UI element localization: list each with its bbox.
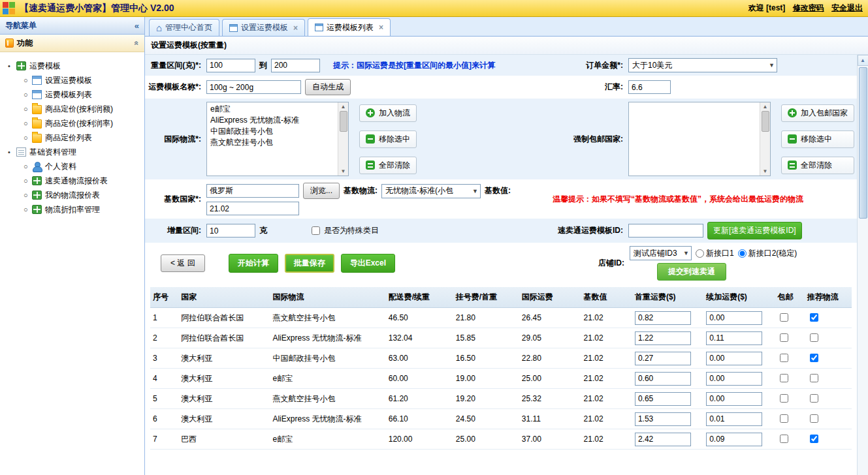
recommended-checkbox[interactable] <box>810 435 818 443</box>
scrollbar-thumb[interactable] <box>340 111 347 132</box>
add-fee-input[interactable] <box>706 331 762 345</box>
special-category-checkbox[interactable] <box>312 226 320 235</box>
recommended-checkbox[interactable] <box>810 313 818 322</box>
listbox-option[interactable]: e邮宝 <box>210 104 334 115</box>
listbox-option[interactable]: 中国邮政挂号小包 <box>210 126 334 137</box>
free-shipping-checkbox[interactable] <box>780 435 788 443</box>
base-value-input[interactable] <box>206 202 299 215</box>
free-shipping-checkbox[interactable] <box>780 354 788 362</box>
recommended-checkbox[interactable] <box>810 374 818 382</box>
free-shipping-checkbox[interactable] <box>780 414 788 423</box>
free-shipping-checkbox[interactable] <box>780 394 788 403</box>
scroll-up-icon[interactable]: ▲ <box>341 104 346 110</box>
scrollbar-thumb[interactable] <box>762 111 769 132</box>
recommended-checkbox[interactable] <box>810 414 818 423</box>
tab-home[interactable]: ⌂ 管理中心首页 <box>149 19 219 36</box>
tab-template-list[interactable]: 运费模板列表 × <box>308 18 391 36</box>
base-country-input[interactable] <box>206 184 299 198</box>
auto-generate-button[interactable]: 自动生成 <box>305 79 351 95</box>
first-fee-input[interactable] <box>635 392 691 406</box>
tree-item[interactable]: ○运费模板列表 <box>3 87 142 102</box>
template-id-input[interactable] <box>628 224 703 238</box>
collapse-panel-icon[interactable]: « <box>133 41 142 46</box>
free-shipping-checkbox[interactable] <box>780 333 788 342</box>
first-fee-input[interactable] <box>635 433 691 446</box>
weight-to-input[interactable] <box>271 59 320 72</box>
listbox-scrollbar[interactable]: ▲▼ <box>338 102 348 176</box>
add-free-country-button[interactable]: 加入包邮国家 <box>781 104 854 122</box>
first-fee-input[interactable] <box>635 372 691 386</box>
form-row-increment: 增量区间: 克 是否为特殊类目 速卖通运费模板ID: 更新[速卖通运费模板ID] <box>145 219 857 243</box>
recommended-checkbox[interactable] <box>810 354 818 362</box>
scroll-up-button[interactable]: ▲ <box>858 55 868 66</box>
listbox-option[interactable]: 燕文航空挂号小包 <box>210 137 334 148</box>
add-fee-input[interactable] <box>706 392 762 406</box>
back-button[interactable]: < 返 回 <box>161 254 205 272</box>
change-password-link[interactable]: 修改密码 <box>793 3 824 12</box>
clear-all-logistics-button[interactable]: 全部清除 <box>359 157 417 174</box>
collapse-sidebar-icon[interactable]: « <box>135 21 139 31</box>
template-name-input[interactable] <box>206 80 301 94</box>
tree-item[interactable]: ○我的物流报价表 <box>3 188 142 202</box>
export-excel-button[interactable]: 导出Excel <box>341 254 395 273</box>
tree-item[interactable]: ○设置运费模板 <box>3 73 142 87</box>
start-calc-button[interactable]: 开始计算 <box>229 254 278 273</box>
intl-logistics-listbox[interactable]: e邮宝AliExpress 无忧物流-标准中国邮政挂号小包燕文航空挂号小包 ▲▼ <box>206 102 349 176</box>
close-tab-icon[interactable]: × <box>293 23 298 33</box>
scroll-down-icon[interactable]: ▼ <box>763 168 768 174</box>
api1-radio-option[interactable]: 新接口1 <box>696 248 734 259</box>
batch-save-button[interactable]: 批量保存 <box>285 254 334 273</box>
add-fee-input[interactable] <box>706 311 762 325</box>
listbox-scrollbar[interactable]: ▲▼ <box>760 102 770 176</box>
scroll-up-icon[interactable]: ▲ <box>763 104 768 110</box>
recommended-checkbox[interactable] <box>810 333 818 342</box>
tree-item[interactable]: ○商品定价(按利润额) <box>3 102 142 116</box>
increment-label: 增量区间: <box>145 225 205 236</box>
add-fee-input[interactable] <box>706 433 762 446</box>
first-fee-input[interactable] <box>635 412 691 426</box>
tree-item[interactable]: ○商品定价(按利润率) <box>3 116 142 130</box>
add-fee-input[interactable] <box>706 412 762 426</box>
first-fee-input[interactable] <box>635 311 691 325</box>
update-template-id-button[interactable]: 更新[速卖通运费模板ID] <box>707 222 802 239</box>
api1-radio[interactable] <box>696 249 704 258</box>
add-fee-input[interactable] <box>706 372 762 386</box>
tree-item[interactable]: ○商品定价列表 <box>3 130 142 145</box>
first-fee-input[interactable] <box>635 352 691 365</box>
base-logistics-select[interactable]: 无忧物流-标准(小包 ▼ <box>381 184 481 198</box>
browse-button[interactable]: 浏览... <box>303 183 340 199</box>
tab-set-template[interactable]: 设置运费模板 × <box>222 19 305 36</box>
logout-link[interactable]: 安全退出 <box>831 3 863 12</box>
recommended-checkbox[interactable] <box>810 394 818 403</box>
add-fee-input[interactable] <box>706 352 762 365</box>
close-tab-icon[interactable]: × <box>379 23 383 32</box>
remove-selected-logistics-button[interactable]: 移除选中 <box>359 130 417 148</box>
weight-from-input[interactable] <box>206 59 255 72</box>
tree-item[interactable]: ○物流折扣率管理 <box>3 202 142 217</box>
scrollbar-thumb[interactable] <box>859 67 867 219</box>
shop-id-select[interactable]: 测试店铺ID3 ▼ <box>630 246 692 260</box>
free-countries-listbox[interactable]: ▲▼ <box>628 102 771 176</box>
listbox-option[interactable]: AliExpress 无忧物流-标准 <box>210 115 334 126</box>
tree-item[interactable]: ○速卖通物流报价表 <box>3 174 142 188</box>
add-logistics-button[interactable]: 加入物流 <box>359 104 417 122</box>
free-shipping-checkbox[interactable] <box>780 313 788 322</box>
exchange-rate-input[interactable] <box>628 80 671 94</box>
vertical-scrollbar[interactable]: ▲ <box>857 55 868 475</box>
api2-radio[interactable] <box>738 249 747 258</box>
tree-item[interactable]: •运费模板 <box>3 59 142 73</box>
features-panel-header[interactable]: 功能 « <box>0 35 144 52</box>
api2-radio-option[interactable]: 新接口2(稳定) <box>738 248 797 259</box>
clear-all-countries-button[interactable]: 全部清除 <box>781 157 854 174</box>
tree-item[interactable]: ○个人资料 <box>3 159 142 174</box>
first-fee-input[interactable] <box>635 331 691 345</box>
tree-item-label: 我的物流报价表 <box>45 190 100 201</box>
tree-item[interactable]: •基础资料管理 <box>3 145 142 159</box>
base-value-label: 基数值: <box>485 185 511 196</box>
submit-to-aliexpress-button[interactable]: 提交到速卖通 <box>657 263 726 281</box>
free-shipping-checkbox[interactable] <box>780 374 788 382</box>
scroll-down-icon[interactable]: ▼ <box>341 168 346 174</box>
increment-input[interactable] <box>206 224 255 238</box>
remove-selected-country-button[interactable]: 移除选中 <box>781 130 854 148</box>
order-amount-select[interactable]: 大于10美元 ▼ <box>628 58 777 72</box>
